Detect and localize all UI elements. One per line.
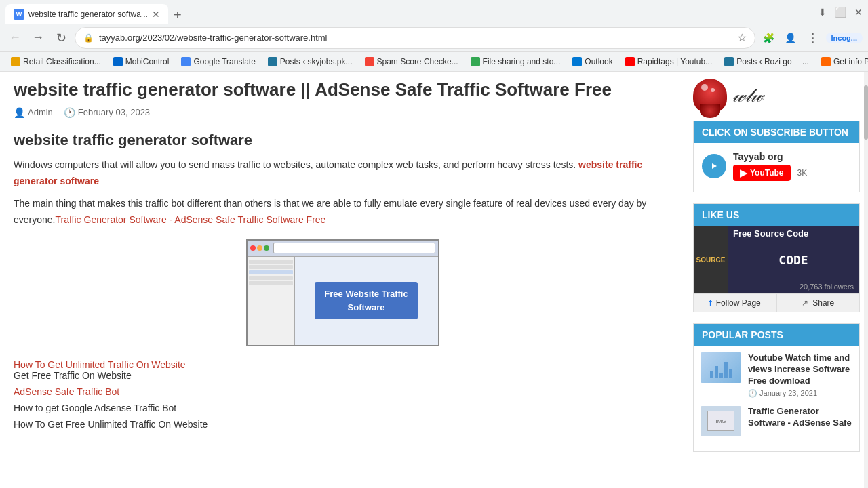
sidebar-logo: 𝓌𝓁𝓌 [693,79,860,113]
popular-post-0-info: Youtube Watch time and views increase So… [748,352,852,398]
subscribe-body: Tayyab org ▶ YouTube 3K [694,143,859,192]
tab-title: website traffic generator softwa... [28,9,148,19]
browser-titlebar: W website traffic generator softwa... ✕ … [0,0,868,24]
like-us-box: LIKE US SOURCE CODE 20,763 followers Fre… [693,203,860,312]
page-name-label: Free Source Code [733,228,808,239]
share-button[interactable]: ↗ Share [777,294,860,312]
browser-chrome: W website traffic generator softwa... ✕ … [0,0,868,72]
scrollbar-thumb[interactable] [864,85,868,140]
youtube-channel-row: Tayyab org ▶ YouTube 3K [702,151,851,181]
subscriber-count: 3K [797,168,808,178]
bookmark-mobicontrol[interactable]: MobiControl [108,56,175,68]
related-link-0[interactable]: How To Get Unlimited Traffic On Website [14,359,186,370]
article-meta: 👤 Admin 🕐 February 03, 2023 [14,107,671,118]
post-heading: website traffic generator software [14,131,671,149]
youtube-icon: ▶ [740,167,747,178]
bookmark-getinfopk[interactable]: Get info PK - Latest... [816,56,868,68]
like-us-header: LIKE US [694,204,859,226]
toolbar-icons: 🧩 👤 ⋮ [760,28,822,47]
bookmark-skyjobs[interactable]: Posts ‹ skyjobs.pk... [262,56,358,68]
like-us-image-inner: SOURCE CODE 20,763 followers Free Source… [694,226,859,293]
refresh-button[interactable]: ↻ [52,28,71,47]
youtube-subscribe-button[interactable]: ▶ YouTube [733,165,791,181]
like-us-body: SOURCE CODE 20,763 followers Free Source… [694,226,859,312]
post-paragraph-2: The main thing that makes this traffic b… [14,196,671,228]
lock-icon: 🔒 [83,33,94,43]
bookmark-retail[interactable]: Retail Classification... [5,56,106,68]
popular-post-0-thumb [701,352,741,383]
scrollbar[interactable] [864,72,868,488]
bookmark-spam-score[interactable]: Spam Score Checke... [359,56,464,68]
bookmark-google-translate[interactable]: Google Translate [176,56,260,68]
popular-post-1-thumb: IMG [701,406,741,436]
like-actions: f Follow Page ↗ Share [694,293,859,312]
subscribe-header: CLICK ON SUBSCRIBE BUTTON [694,121,859,143]
popular-post-0-date: 🕐 January 23, 2021 [748,389,852,398]
facebook-icon: f [709,298,712,308]
follow-page-button[interactable]: f Follow Page [694,294,777,312]
popular-posts-box: POPULAR POSTS Youtube Watch t [693,323,860,452]
share-icon: ↗ [802,298,808,308]
followers-count: 20,763 followers [800,283,854,291]
close-button[interactable]: ✕ [854,7,863,18]
bookmark-rapidtags[interactable]: Rapidtags | Youtub... [620,56,718,68]
channel-info: Tayyab org ▶ YouTube 3K [733,151,807,181]
tab-favicon: W [14,9,24,20]
related-plain-4: How To Get Free Unlimited Traffic On Web… [14,419,671,430]
related-link-2[interactable]: AdSense Safe Traffic Bot [14,386,671,397]
maximize-button[interactable]: ⬜ [835,7,846,18]
post-link-2[interactable]: Traffic Generator Software - AdSense Saf… [55,214,326,225]
related-plain-1: Get Free Traffic On Website [14,370,671,381]
forward-button[interactable]: → [28,28,47,47]
minimize-button[interactable]: ⬇ [818,7,827,18]
profile-icon[interactable]: 👤 [781,28,800,47]
channel-avatar [702,154,726,178]
new-tab-button[interactable]: + [168,5,187,24]
source-logo: SOURCE [694,226,728,293]
popular-posts-header: POPULAR POSTS [694,324,859,346]
active-tab[interactable]: W website traffic generator softwa... ✕ [5,4,168,24]
page-area: website traffic generator software || Ad… [0,72,868,488]
article-author: 👤 Admin [14,107,53,118]
article-title: website traffic generator software || Ad… [14,79,671,102]
popular-post-0: Youtube Watch time and views increase So… [701,352,852,398]
bookmark-outlook[interactable]: Outlook [567,56,618,68]
sidebar: 𝓌𝓁𝓌 CLICK ON SUBSCRIBE BUTTON Tayyab org [685,72,868,488]
browser-tabs: W website traffic generator softwa... ✕ … [5,0,187,24]
popular-posts-body: Youtube Watch time and views increase So… [694,346,859,451]
article-image-banner: Free Website Traffic Software [315,282,417,319]
extensions-icon[interactable]: 🧩 [760,28,778,47]
related-plain-3: How to get Google Adsense Traffic Bot [14,403,671,413]
related-links: How To Get Unlimited Traffic On Website … [14,359,671,430]
bookmarks-bar: Retail Classification... MobiControl Goo… [0,52,868,72]
more-options-icon[interactable]: ⋮ [803,28,822,47]
popular-post-0-title[interactable]: Youtube Watch time and views increase So… [748,352,852,387]
address-text: tayyab.org/2023/02/website-traffic-gener… [99,33,732,43]
tab-close-button[interactable]: ✕ [152,9,160,20]
browser-toolbar: ← → ↻ 🔒 tayyab.org/2023/02/website-traff… [0,24,868,52]
bookmark-star-icon[interactable]: ☆ [737,31,747,44]
popular-post-1-title[interactable]: Traffic Generator Software - AdSense Saf… [748,406,852,429]
bookmark-file-sharing[interactable]: File sharing and sto... [465,56,566,68]
main-content: website traffic generator software || Ad… [0,72,685,488]
incognito-profile[interactable]: Incog... [826,33,863,43]
back-button[interactable]: ← [5,28,24,47]
popular-post-1: IMG Traffic Generator Software - AdSense… [701,406,852,436]
address-bar[interactable]: 🔒 tayyab.org/2023/02/website-traffic-gen… [75,27,755,49]
popular-post-1-info: Traffic Generator Software - AdSense Saf… [748,406,852,431]
subscribe-box: CLICK ON SUBSCRIBE BUTTON Tayyab org ▶ [693,121,860,192]
like-us-image: SOURCE CODE 20,763 followers Free Source… [694,226,859,293]
article-date: 🕐 February 03, 2023 [64,107,150,118]
window-controls: ⬇ ⬜ ✕ [818,7,863,18]
channel-name: Tayyab org [733,151,807,162]
post-paragraph-1: Windows computers that will allow you to… [14,157,671,190]
article-image-container: Free Website Traffic Software [14,239,671,348]
bookmark-rozi[interactable]: Posts ‹ Rozi go —... [719,56,814,68]
